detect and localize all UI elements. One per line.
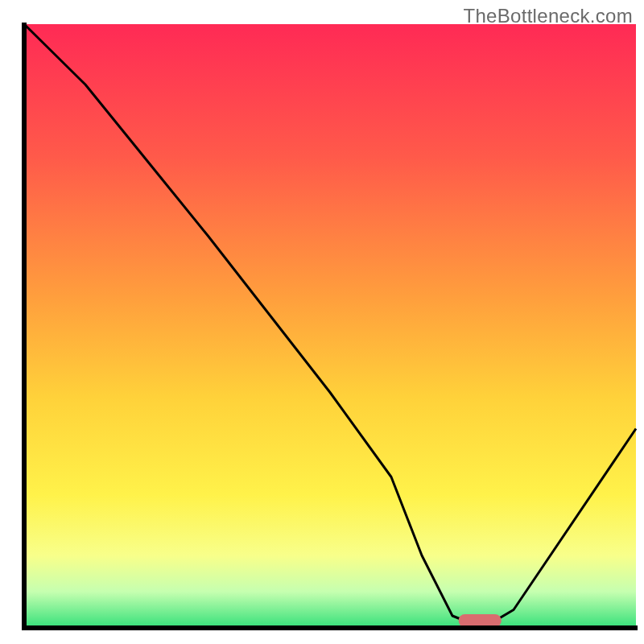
chart-svg xyxy=(0,0,644,644)
bottleneck-chart: TheBottleneck.com xyxy=(0,0,644,644)
optimal-range-marker xyxy=(459,614,502,627)
chart-background xyxy=(24,24,636,628)
